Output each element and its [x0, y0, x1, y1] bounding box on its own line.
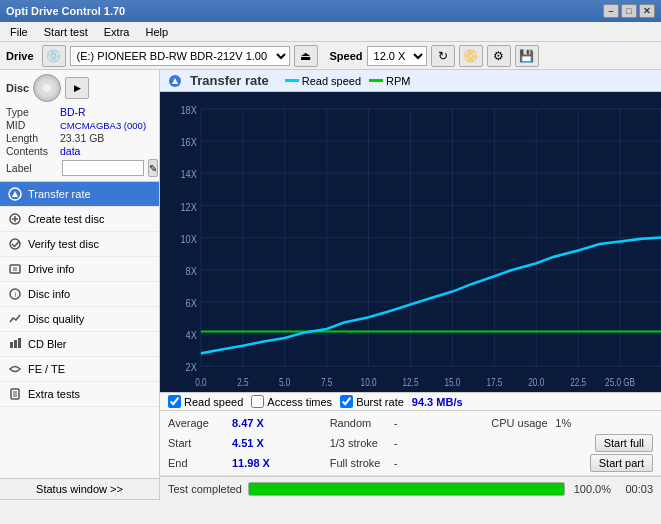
svg-text:2.5: 2.5 [237, 377, 248, 388]
svg-text:6X: 6X [186, 297, 197, 309]
nav-drive-info[interactable]: Drive info [0, 257, 159, 282]
chart-title: Transfer rate [190, 73, 269, 88]
disc-mid-key: MID [6, 119, 58, 131]
svg-text:14X: 14X [180, 168, 196, 180]
nav-drive-info-label: Drive info [28, 263, 74, 275]
legend-read-speed-color [285, 79, 299, 82]
nav-transfer-rate-label: Transfer rate [28, 188, 91, 200]
extra-tests-icon [8, 387, 22, 401]
random-label: Random [330, 417, 390, 429]
save-button[interactable]: 💾 [515, 45, 539, 67]
start-part-cell: Start part [491, 454, 653, 472]
media-button[interactable]: 📀 [459, 45, 483, 67]
menu-extra[interactable]: Extra [98, 25, 136, 39]
svg-text:20.0: 20.0 [528, 377, 544, 388]
menu-help[interactable]: Help [139, 25, 174, 39]
cpu-cell: CPU usage 1% [491, 417, 653, 429]
title-bar: Opti Drive Control 1.70 – □ ✕ [0, 0, 661, 22]
disc-info-rows: Type BD-R MID CMCMAGBA3 (000) Length 23.… [6, 106, 153, 177]
nav-disc-quality[interactable]: Disc quality [0, 307, 159, 332]
status-text: Test completed [168, 483, 242, 495]
progress-bar-fill [249, 483, 564, 495]
random-value: - [394, 417, 398, 429]
disc-action-btn[interactable]: ▶ [65, 77, 89, 99]
svg-text:i: i [15, 291, 17, 298]
burst-rate-checkbox[interactable] [340, 395, 353, 408]
svg-point-4 [10, 239, 20, 249]
nav-transfer-rate[interactable]: Transfer rate [0, 182, 159, 207]
burst-rate-checkbox-label: Burst rate [356, 396, 404, 408]
svg-text:22.5: 22.5 [570, 377, 586, 388]
nav-extra-tests[interactable]: Extra tests [0, 382, 159, 407]
drive-toolbar: Drive 💿 (E:) PIONEER BD-RW BDR-212V 1.00… [0, 42, 661, 70]
nav-disc-quality-label: Disc quality [28, 313, 84, 325]
random-cell: Random - [330, 417, 492, 429]
disc-type-row: Type BD-R [6, 106, 153, 118]
refresh-button[interactable]: ↻ [431, 45, 455, 67]
menu-start-test[interactable]: Start test [38, 25, 94, 39]
progress-percent: 100.0% [571, 483, 611, 495]
minimize-button[interactable]: – [603, 4, 619, 18]
nav-create-test-disc-label: Create test disc [28, 213, 104, 225]
stats-row-1: Average 8.47 X Random - CPU usage 1% [168, 413, 653, 433]
disc-length-val: 23.31 GB [60, 132, 104, 144]
avg-label: Average [168, 417, 228, 429]
close-button[interactable]: ✕ [639, 4, 655, 18]
svg-text:25.0 GB: 25.0 GB [605, 377, 635, 388]
svg-text:2X: 2X [186, 361, 197, 373]
speed-select[interactable]: 12.0 X ↓ [367, 46, 427, 66]
nav-create-test-disc[interactable]: Create test disc [0, 207, 159, 232]
disc-section: Disc ▶ Type BD-R MID CMCMAGBA3 (000) Len… [0, 70, 159, 182]
right-panel: Transfer rate Read speed RPM [160, 70, 661, 500]
nav-disc-info[interactable]: i Disc info [0, 282, 159, 307]
nav-verify-test-disc-label: Verify test disc [28, 238, 99, 250]
fe-te-icon [8, 362, 22, 376]
progress-bar [248, 482, 565, 496]
disc-label-row: Label ✎ [6, 159, 153, 177]
nav-disc-info-label: Disc info [28, 288, 70, 300]
status-window-button[interactable]: Status window >> [0, 478, 159, 500]
stats-area: Average 8.47 X Random - CPU usage 1% Sta… [160, 411, 661, 476]
label-input[interactable] [62, 160, 144, 176]
end-cell: End 11.98 X [168, 457, 330, 469]
nav-verify-test-disc[interactable]: Verify test disc [0, 232, 159, 257]
menu-file[interactable]: File [4, 25, 34, 39]
app-title: Opti Drive Control 1.70 [6, 5, 125, 17]
legend-rpm-label: RPM [386, 75, 410, 87]
stats-row-2: Start 4.51 X 1/3 stroke - Start full [168, 433, 653, 453]
progress-time: 00:03 [617, 483, 653, 495]
stroke2-label: Full stroke [330, 457, 390, 469]
menu-bar: File Start test Extra Help [0, 22, 661, 42]
maximize-button[interactable]: □ [621, 4, 637, 18]
svg-rect-10 [10, 342, 13, 348]
access-times-checkbox[interactable] [251, 395, 264, 408]
nav-extra-tests-label: Extra tests [28, 388, 80, 400]
start-full-button[interactable]: Start full [595, 434, 653, 452]
svg-text:0.0: 0.0 [195, 377, 206, 388]
read-speed-checkbox[interactable] [168, 395, 181, 408]
svg-text:16X: 16X [180, 136, 196, 148]
disc-contents-key: Contents [6, 145, 58, 157]
nav-items: Transfer rate Create test disc Verify te… [0, 182, 159, 478]
start-part-button[interactable]: Start part [590, 454, 653, 472]
drive-label: Drive [6, 50, 34, 62]
eject-button[interactable]: ⏏ [294, 45, 318, 67]
settings-button[interactable]: ⚙ [487, 45, 511, 67]
end-value: 11.98 X [232, 457, 270, 469]
svg-text:18X: 18X [180, 104, 196, 116]
nav-cd-bler[interactable]: CD Bler [0, 332, 159, 357]
access-times-checkbox-label: Access times [267, 396, 332, 408]
main-layout: Disc ▶ Type BD-R MID CMCMAGBA3 (000) Len… [0, 70, 661, 500]
speed-label: Speed [330, 50, 363, 62]
label-key: Label [6, 162, 58, 174]
drive-select[interactable]: (E:) PIONEER BD-RW BDR-212V 1.00 [70, 46, 290, 66]
nav-fe-te[interactable]: FE / TE [0, 357, 159, 382]
stroke2-cell: Full stroke - [330, 457, 492, 469]
disc-type-val: BD-R [60, 106, 86, 118]
svg-text:12X: 12X [180, 201, 196, 213]
label-edit-btn[interactable]: ✎ [148, 159, 158, 177]
window-controls: – □ ✕ [603, 4, 655, 18]
read-speed-checkbox-item: Read speed [168, 395, 243, 408]
disc-inner [43, 84, 51, 92]
read-speed-checkbox-label: Read speed [184, 396, 243, 408]
